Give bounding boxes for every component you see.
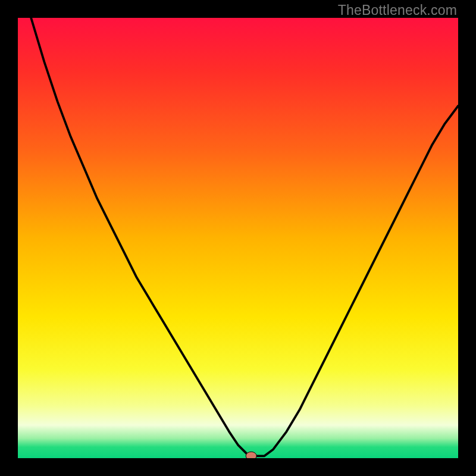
chart-frame: TheBottleneck.com: [0, 0, 476, 476]
optimum-marker: [246, 452, 256, 458]
gradient-background: [18, 18, 458, 458]
plot-area: [18, 18, 458, 458]
chart-canvas: [18, 18, 458, 458]
attribution-label: TheBottleneck.com: [338, 2, 457, 18]
